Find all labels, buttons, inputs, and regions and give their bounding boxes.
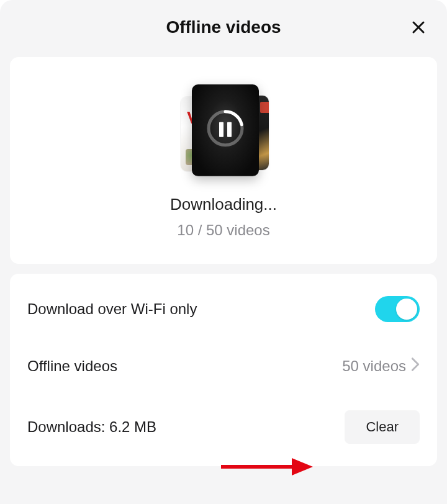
toggle-knob (396, 299, 417, 320)
chevron-right-icon (411, 357, 420, 376)
video-thumbnail-stack[interactable] (177, 84, 270, 178)
sheet-header: Offline videos (0, 0, 447, 52)
download-progress-text: 10 / 50 videos (177, 222, 269, 239)
download-status-card: Downloading... 10 / 50 videos (10, 57, 437, 264)
thumbnail-preview-center (192, 84, 259, 176)
downloads-size-label: Downloads: 6.2 MB (27, 418, 156, 436)
wifi-only-toggle[interactable] (375, 296, 420, 322)
settings-card: Download over Wi-Fi only Offline videos … (10, 274, 437, 466)
download-status-text: Downloading... (170, 195, 277, 214)
wifi-only-label: Download over Wi-Fi only (27, 300, 197, 318)
close-button[interactable] (409, 17, 428, 37)
offline-videos-sheet: Offline videos Download (0, 0, 447, 504)
close-icon (411, 20, 426, 35)
page-title: Offline videos (166, 17, 281, 37)
wifi-only-row: Download over Wi-Fi only (10, 279, 437, 340)
clear-button[interactable]: Clear (345, 410, 420, 444)
pause-icon (219, 122, 232, 137)
offline-videos-label: Offline videos (27, 358, 117, 375)
downloads-row: Downloads: 6.2 MB Clear (10, 393, 437, 461)
offline-videos-value: 50 videos (342, 358, 406, 375)
offline-videos-value-group: 50 videos (342, 357, 420, 376)
offline-videos-row[interactable]: Offline videos 50 videos (10, 340, 437, 393)
